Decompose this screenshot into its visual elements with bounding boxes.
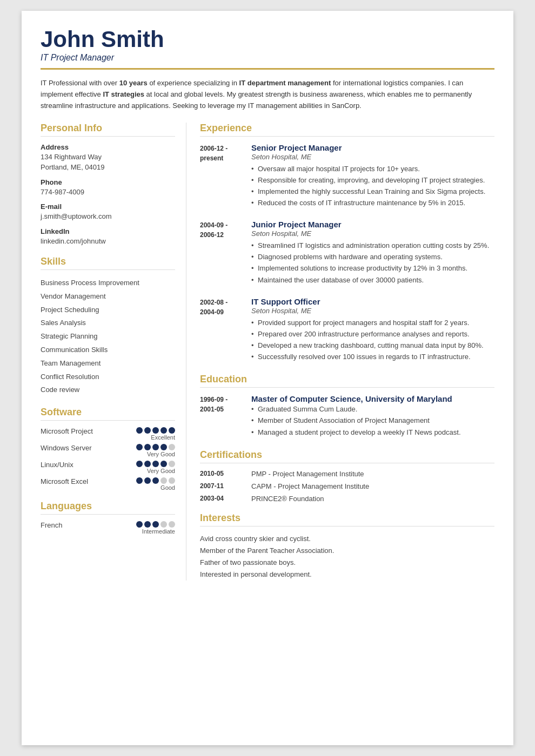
entry-bullets: Oversaw all major hospital IT projects f… [251, 164, 494, 209]
bullet-item: Maintained the user database of over 300… [251, 275, 494, 286]
entry-content: Senior Project ManagerSeton Hospital, ME… [251, 143, 494, 210]
candidate-name: John Smith [41, 27, 494, 52]
software-name: Microsoft Excel [41, 477, 136, 485]
filled-dot [152, 461, 159, 467]
software-name: Microsoft Project [41, 427, 136, 435]
address-value: 134 Rightward WayPortland, ME, 04019 [41, 152, 175, 173]
bullet-item: Responsible for creating, improving, and… [251, 175, 494, 186]
software-name: Windows Server [41, 444, 136, 452]
linkedin-value: linkedin.com/johnutw [41, 236, 175, 247]
entry-title: Senior Project Manager [251, 143, 494, 152]
skill-item: Business Process Improvement [41, 276, 175, 290]
cert-name: PRINCE2® Foundation [251, 495, 324, 503]
software-name: Linux/Unix [41, 461, 136, 469]
entry-date: 1996-09 -2001-05 [200, 394, 243, 438]
bullet-item: Reduced the costs of IT infrastructure m… [251, 198, 494, 208]
entry-date: 2004-09 -2006-12 [200, 220, 243, 286]
skill-item: Code review [41, 383, 175, 397]
entry-content: Junior Project ManagerSeton Hospital, ME… [251, 220, 494, 286]
education-list: 1996-09 -2001-05Master of Computer Scien… [200, 394, 494, 438]
cert-name: CAPM - Project Management Institute [251, 482, 369, 490]
empty-dot [160, 521, 167, 528]
main-content: Personal Info Address 134 Rightward WayP… [41, 123, 494, 580]
entry-content: IT Support OfficerSeton Hospital, MEProv… [251, 297, 494, 363]
certifications-list: 2010-05PMP - Project Management Institut… [200, 470, 494, 503]
interests-title: Interests [200, 512, 494, 526]
summary: IT Professional with over 10 years of ex… [41, 78, 494, 111]
entry-date: 2002-08 -2004-09 [200, 297, 243, 363]
bullet-item: Prepared over 200 infrastructure perform… [251, 329, 494, 340]
entry: 1996-09 -2001-05Master of Computer Scien… [200, 394, 494, 438]
cert-entry: 2010-05PMP - Project Management Institut… [200, 470, 494, 478]
skills-title: Skills [41, 256, 175, 270]
software-rating: Excellent [136, 427, 175, 441]
email-label: E-mail [41, 202, 175, 211]
linkedin-label: LinkedIn [41, 227, 175, 235]
entry-title: Junior Project Manager [251, 220, 494, 229]
entry-content: Master of Computer Science, University o… [251, 394, 494, 438]
software-rating: Very Good [136, 461, 175, 474]
rating-label: Good [160, 484, 175, 491]
bullet-item: Oversaw all major hospital IT projects f… [251, 164, 494, 174]
bullet-item: Implemented the highly successful Lean T… [251, 186, 494, 197]
filled-dot [160, 427, 167, 434]
header: John Smith IT Project Manager [41, 27, 494, 70]
right-column: Experience 2006-12 -presentSenior Projec… [186, 123, 494, 580]
interests-list: Avid cross country skier and cyclist.Mem… [200, 533, 494, 580]
software-item: Microsoft ExcelGood [41, 477, 175, 491]
personal-info-address: Address 134 Rightward WayPortland, ME, 0… [41, 143, 175, 173]
software-item: Windows ServerVery Good [41, 444, 175, 457]
rating-label: Very Good [147, 468, 175, 474]
software-list: Microsoft ProjectExcellentWindows Server… [41, 427, 175, 491]
filled-dot [152, 477, 159, 484]
software-item: Microsoft ProjectExcellent [41, 427, 175, 441]
empty-dot [160, 477, 167, 484]
cert-name: PMP - Project Management Institute [251, 470, 364, 478]
language-name: French [41, 521, 62, 529]
interest-item: Member of the Parent Teacher Association… [200, 545, 494, 557]
software-rating: Very Good [136, 444, 175, 457]
bullet-item: Graduated Summa Cum Laude. [251, 404, 494, 415]
interest-item: Avid cross country skier and cyclist. [200, 533, 494, 545]
entry-title: Master of Computer Science, University o… [251, 394, 494, 403]
language-rating: Intermediate [136, 521, 175, 535]
interest-item: Father of two passionate boys. [200, 557, 494, 569]
entry-bullets: Streamlined IT logistics and administrat… [251, 240, 494, 286]
email-value: j.smith@uptowork.com [41, 211, 175, 222]
empty-dot [169, 444, 175, 450]
entry-date: 2006-12 -present [200, 143, 243, 210]
filled-dot [144, 477, 151, 484]
skill-item: Vendor Management [41, 290, 175, 303]
education-title: Education [200, 374, 494, 388]
left-column: Personal Info Address 134 Rightward WayP… [41, 123, 186, 580]
filled-dot [144, 461, 151, 467]
bullet-item: Streamlined IT logistics and administrat… [251, 240, 494, 251]
skill-item: Sales Analysis [41, 316, 175, 330]
bullet-item: Member of Student Association of Project… [251, 415, 494, 426]
personal-info-email: E-mail j.smith@uptowork.com [41, 202, 175, 222]
personal-info-phone: Phone 774-987-4009 [41, 178, 175, 198]
skill-item: Strategic Planning [41, 330, 175, 343]
entry-title: IT Support Officer [251, 297, 494, 306]
filled-dot [152, 427, 159, 434]
entry-org: Seton Hospital, ME [251, 307, 494, 315]
filled-dot [160, 444, 167, 450]
skill-item: Project Scheduling [41, 303, 175, 317]
filled-dot [136, 427, 143, 434]
cert-entry: 2003-04PRINCE2® Foundation [200, 495, 494, 503]
cert-entry: 2007-11CAPM - Project Management Institu… [200, 482, 494, 490]
cert-date: 2007-11 [200, 482, 243, 490]
languages-title: Languages [41, 501, 175, 515]
language-level-label: Intermediate [142, 528, 175, 535]
skills-list: Business Process ImprovementVendor Manag… [41, 276, 175, 397]
skill-item: Communication Skills [41, 343, 175, 357]
languages-list: FrenchIntermediate [41, 521, 175, 535]
entry-org: Seton Hospital, ME [251, 153, 494, 161]
cert-date: 2010-05 [200, 470, 243, 478]
entry: 2006-12 -presentSenior Project ManagerSe… [200, 143, 494, 210]
bullet-item: Provided support for project managers an… [251, 318, 494, 328]
filled-dot [144, 444, 151, 450]
filled-dot [136, 461, 143, 467]
filled-dot [136, 444, 143, 450]
filled-dot [136, 477, 143, 484]
